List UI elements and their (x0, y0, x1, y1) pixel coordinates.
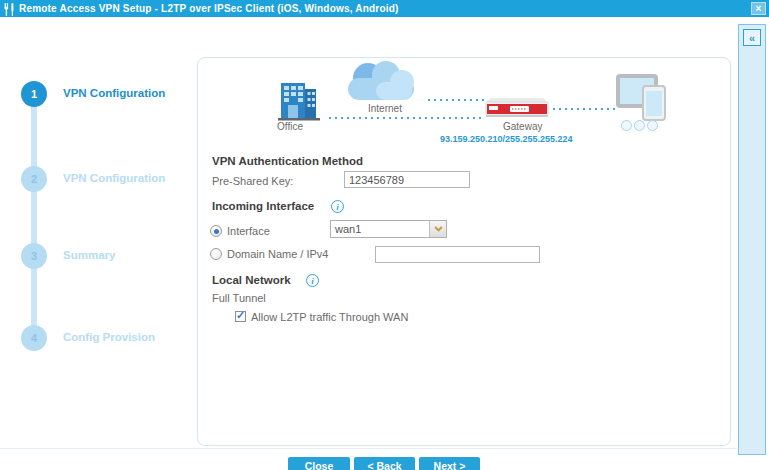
local-network-heading: Local Network (212, 274, 291, 286)
step-3-circle[interactable]: 3 (21, 243, 47, 269)
dotted-link-gateway-clients (553, 108, 615, 110)
wizard-icon (4, 2, 16, 15)
info-icon[interactable]: i (331, 200, 344, 213)
allow-l2tp-label: Allow L2TP traffic Through WAN (251, 311, 408, 323)
info-icon[interactable]: i (306, 274, 319, 287)
office-label: Office (277, 121, 303, 132)
step-2-label[interactable]: VPN Configuration (63, 172, 165, 184)
next-button[interactable]: Next > (419, 457, 480, 470)
footer-separator (0, 448, 737, 449)
interface-radio[interactable] (210, 225, 222, 237)
interface-radio-label: Interface (227, 225, 270, 237)
collapse-panel-button[interactable]: « (743, 29, 761, 46)
apple-icon (634, 120, 645, 131)
step-4-circle[interactable]: 4 (21, 325, 47, 351)
step-1-label[interactable]: VPN Configuration (63, 87, 165, 99)
domain-radio-label: Domain Name / IPv4 (227, 248, 328, 260)
close-button[interactable]: Close (288, 457, 350, 470)
dotted-link-office-gateway (329, 117, 484, 119)
step-1-number: 1 (31, 88, 37, 100)
step-1-circle[interactable]: 1 (21, 81, 47, 107)
collapse-strip: « (738, 24, 766, 455)
incoming-interface-heading: Incoming Interface (212, 200, 314, 212)
pre-shared-key-label: Pre-Shared Key: (212, 175, 293, 187)
tunnel-mode-text: Full Tunnel (212, 292, 266, 304)
step-4-number: 4 (31, 332, 37, 344)
gateway-ip-address: 93.159.250.210/255.255.255.224 (440, 134, 573, 144)
vpn-setup-wizard-window: Remote Access VPN Setup - L2TP over IPSe… (0, 0, 769, 470)
step-2-number: 2 (31, 173, 37, 185)
pre-shared-key-input[interactable] (344, 171, 470, 188)
window-title: Remote Access VPN Setup - L2TP over IPSe… (19, 0, 399, 17)
interface-selected-value: wan1 (335, 223, 361, 235)
office-building-icon (278, 82, 320, 126)
android-icon (647, 120, 658, 131)
internet-label: Internet (368, 103, 402, 114)
gateway-device-icon (484, 96, 550, 124)
dotted-link-cloud-gateway (428, 99, 484, 101)
domain-name-input[interactable] (375, 246, 540, 263)
checkmark-icon: ✓ (236, 309, 245, 322)
auth-method-heading: VPN Authentication Method (212, 155, 363, 167)
allow-l2tp-checkbox[interactable]: ✓ (235, 311, 246, 322)
stepper-connector-line (31, 94, 37, 338)
step-2-circle[interactable]: 2 (21, 166, 47, 192)
step-3-number: 3 (31, 250, 37, 262)
domain-radio[interactable] (210, 248, 222, 260)
titlebar: Remote Access VPN Setup - L2TP over IPSe… (0, 0, 769, 17)
close-icon[interactable]: × (751, 2, 766, 15)
windows-icon (621, 120, 632, 131)
step-3-label[interactable]: Summary (63, 249, 115, 261)
client-devices-icon (616, 72, 670, 126)
chevron-down-icon[interactable] (429, 221, 446, 237)
back-button[interactable]: < Back (354, 457, 415, 470)
step-4-label[interactable]: Config Provision (63, 331, 155, 343)
interface-select[interactable]: wan1 (330, 220, 447, 238)
gateway-label: Gateway (503, 121, 542, 132)
